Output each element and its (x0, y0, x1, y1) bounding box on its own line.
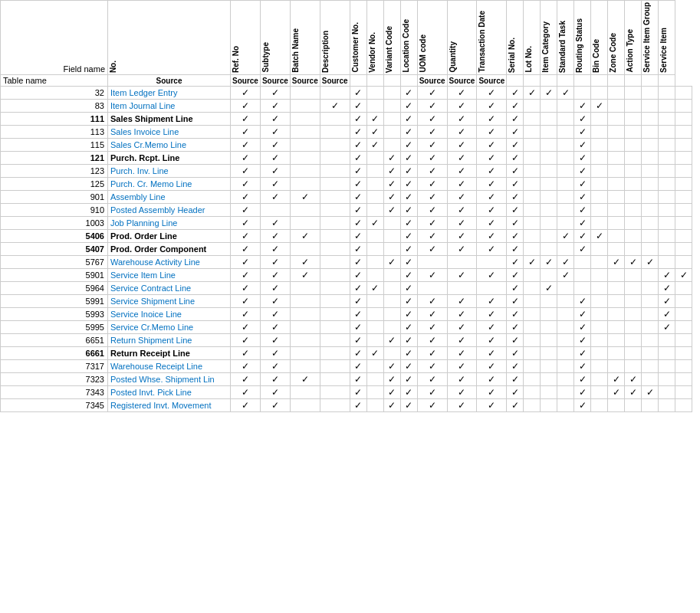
check-cell-service_item (675, 346, 692, 359)
check-cell-routing_status (591, 255, 608, 268)
check-cell-lot_no (541, 229, 557, 242)
row-name-link[interactable]: Posted Invt. Pick Line (110, 388, 192, 397)
row-name-link[interactable]: Service Shipment Line (110, 297, 195, 306)
row-name[interactable]: Return Receipt Line (108, 346, 231, 359)
row-name-link[interactable]: Warehouse Activity Line (110, 257, 200, 267)
check-cell-zone_code (625, 294, 642, 307)
check-cell-location_code: ✓ (417, 294, 447, 307)
check-cell-routing_status (591, 398, 608, 411)
check-cell-transaction_date: ✓ (507, 177, 524, 190)
row-name[interactable]: Prod. Order Line (108, 229, 231, 242)
row-name[interactable]: Purch. Rcpt. Line (108, 151, 231, 164)
check-cell-service_item_group (659, 372, 675, 385)
row-name[interactable]: Item Ledger Entry (108, 86, 231, 99)
check-cell-batch_name (320, 372, 350, 385)
row-name[interactable]: Sales Invoice Line (108, 125, 231, 138)
row-name[interactable]: Service Contract Line (108, 281, 231, 294)
row-name-link[interactable]: Item Journal Line (110, 101, 175, 110)
row-name[interactable]: Item Journal Line (108, 99, 231, 112)
row-name-link[interactable]: Service Inoice Line (110, 310, 182, 319)
row-name[interactable]: Service Inoice Line (108, 307, 231, 320)
row-id: 5993 (1, 307, 108, 320)
row-name-link[interactable]: Purch. Rcpt. Line (110, 153, 179, 162)
row-name[interactable]: Sales Shipment Line (108, 112, 231, 125)
check-cell-bin_code: ✓ (608, 255, 625, 268)
check-cell-vendor_no (383, 346, 400, 359)
row-name-link[interactable]: Service Contract Line (110, 284, 191, 293)
check-cell-customer_no (366, 398, 383, 411)
row-name-link[interactable]: Registered Invt. Movement (110, 401, 211, 410)
table-row: 115Sales Cr.Memo Line✓✓✓✓✓✓✓✓✓✓ (1, 138, 692, 151)
check-cell-zone_code (625, 242, 642, 255)
row-name[interactable]: Job Planning Line (108, 216, 231, 229)
row-name[interactable]: Assembly Line (108, 190, 231, 203)
check-cell-uom_code: ✓ (447, 151, 477, 164)
row-name[interactable]: Return Shipment Line (108, 333, 231, 346)
check-cell-ref_no: ✓ (260, 125, 290, 138)
check-cell-service_item (675, 255, 692, 268)
row-name-link[interactable]: Purch. Cr. Memo Line (110, 179, 192, 188)
row-name-link[interactable]: Return Shipment Line (110, 336, 192, 345)
check-cell-uom_code: ✓ (447, 294, 477, 307)
check-cell-standard_task: ✓ (574, 229, 591, 242)
row-name-link[interactable]: Purch. Inv. Line (110, 166, 169, 175)
check-cell-bin_code: ✓ (608, 385, 625, 398)
row-name-link[interactable]: Assembly Line (110, 192, 166, 202)
row-name[interactable]: Purch. Inv. Line (108, 164, 231, 177)
check-cell-zone_code (625, 398, 642, 411)
row-name[interactable]: Service Shipment Line (108, 294, 231, 307)
check-cell-location_code: ✓ (417, 242, 447, 255)
check-cell-bin_code (608, 242, 625, 255)
check-cell-customer_no (366, 333, 383, 346)
row-name-link[interactable]: Service Cr.Memo Line (110, 323, 193, 332)
check-cell-service_item (675, 138, 692, 151)
check-cell-zone_code (625, 320, 642, 333)
row-name[interactable]: Purch. Cr. Memo Line (108, 177, 231, 190)
check-cell-customer_no (366, 359, 383, 372)
row-name-link[interactable]: Item Ledger Entry (110, 88, 177, 97)
check-cell-description: ✓ (350, 372, 366, 385)
check-cell-serial_no (524, 359, 541, 372)
row-name[interactable]: Sales Cr.Memo Line (108, 138, 231, 151)
check-cell-item_category (557, 346, 574, 359)
row-name-link[interactable]: Posted Assembly Header (110, 205, 205, 215)
row-id: 121 (1, 151, 108, 164)
row-name-link[interactable]: Service Item Line (110, 270, 176, 280)
row-name-link[interactable]: Job Planning Line (110, 218, 177, 228)
row-name[interactable]: Prod. Order Component (108, 242, 231, 255)
row-name[interactable]: Warehouse Receipt Line (108, 359, 231, 372)
row-name-link[interactable]: Posted Whse. Shipment Lin (110, 375, 215, 384)
row-name[interactable]: Service Cr.Memo Line (108, 320, 231, 333)
row-name-link[interactable]: Sales Invoice Line (110, 127, 179, 136)
row-name[interactable]: Posted Whse. Shipment Lin (108, 372, 231, 385)
row-name-link[interactable]: Prod. Order Component (110, 244, 206, 254)
check-cell-action_type: ✓ (642, 385, 659, 398)
row-name[interactable]: Registered Invt. Movement (108, 398, 231, 411)
row-name[interactable]: Service Item Line (108, 268, 231, 281)
check-cell-description: ✓ (350, 255, 366, 268)
row-name[interactable]: Warehouse Activity Line (108, 255, 231, 268)
check-cell-item_category (557, 333, 574, 346)
check-cell-service_item (675, 385, 692, 398)
row-name-link[interactable]: Prod. Order Line (110, 231, 177, 241)
row-name-link[interactable]: Warehouse Receipt Line (110, 362, 202, 371)
check-cell-transaction_date: ✓ (507, 151, 524, 164)
check-cell-subtype (290, 99, 320, 112)
row-name[interactable]: Posted Invt. Pick Line (108, 385, 231, 398)
check-cell-no: ✓ (231, 151, 261, 164)
check-cell-batch_name (320, 307, 350, 320)
row-name-link[interactable]: Sales Cr.Memo Line (110, 140, 186, 149)
row-name-link[interactable]: Return Receipt Line (110, 349, 190, 358)
row-name-link[interactable]: Sales Shipment Line (110, 114, 193, 123)
row-id: 83 (1, 99, 108, 112)
check-cell-batch_name (320, 190, 350, 203)
check-cell-bin_code (608, 164, 625, 177)
check-cell-service_item_group (659, 112, 675, 125)
check-cell-description: ✓ (350, 385, 366, 398)
standard_task-col-header: Standard Task (558, 21, 567, 73)
check-cell-ref_no: ✓ (260, 281, 290, 294)
check-cell-service_item_group (659, 203, 675, 216)
row-name[interactable]: Posted Assembly Header (108, 203, 231, 216)
table-row: 7317Warehouse Receipt Line✓✓✓✓✓✓✓✓✓✓ (1, 359, 692, 372)
check-cell-bin_code (608, 151, 625, 164)
